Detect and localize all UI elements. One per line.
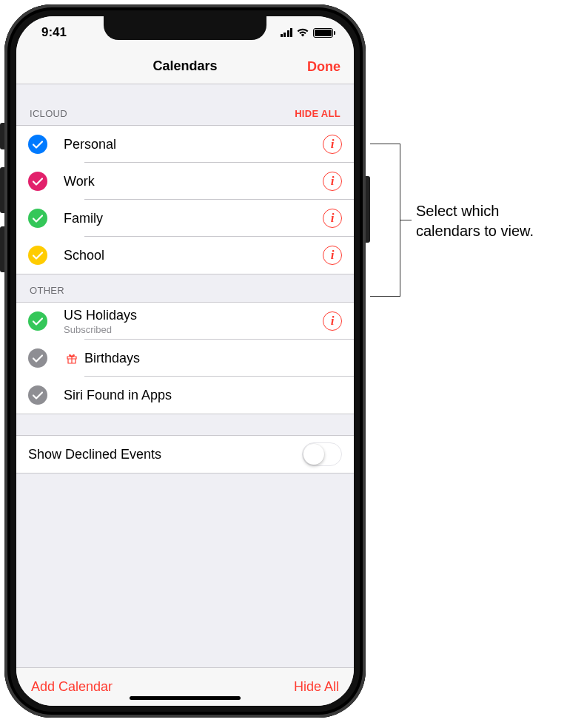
section-title-icloud: ICLOUD [30, 108, 67, 119]
calendar-row-family[interactable]: Family i [16, 200, 354, 237]
calendar-label: Personal [64, 137, 323, 152]
calendar-label: School [64, 248, 323, 263]
show-declined-row: Show Declined Events [16, 436, 354, 473]
checkmark-icon [28, 348, 47, 368]
info-icon[interactable]: i [323, 172, 342, 191]
other-calendar-list: US Holidays Subscribed i B [16, 302, 354, 414]
section-header-icloud: ICLOUD HIDE ALL [16, 84, 354, 125]
gift-icon [64, 352, 80, 364]
calendar-row-birthdays[interactable]: Birthdays [16, 340, 354, 377]
settings-list: Show Declined Events [16, 435, 354, 473]
switch-knob [303, 444, 324, 465]
row-text: US Holidays Subscribed [64, 303, 323, 340]
volume-up-button [0, 167, 4, 213]
screen: 9:41 Calendars Done ICLOUD [16, 16, 354, 706]
info-icon[interactable]: i [323, 246, 342, 265]
calendar-label: Family [64, 211, 323, 226]
status-time: 9:41 [41, 25, 67, 40]
checkmark-icon [28, 209, 47, 228]
nav-bar: Calendars Done [16, 49, 354, 84]
info-icon[interactable]: i [323, 209, 342, 228]
calendar-row-holidays[interactable]: US Holidays Subscribed i [16, 303, 354, 340]
callout-text: Select which calendars to view. [416, 201, 563, 241]
toolbar: Add Calendar Hide All [16, 667, 354, 706]
calendar-row-school[interactable]: School i [16, 237, 354, 274]
notch [104, 16, 266, 40]
calendar-row-personal[interactable]: Personal i [16, 126, 354, 163]
checkmark-icon [28, 246, 47, 265]
icloud-calendar-list: Personal i Work i Family i [16, 125, 354, 274]
calendar-sublabel: Subscribed [64, 324, 323, 335]
section-header-other: OTHER [16, 274, 354, 302]
hide-all-button[interactable]: Hide All [294, 679, 339, 695]
calendar-label: Siri Found in Apps [64, 388, 342, 403]
calendar-row-work[interactable]: Work i [16, 163, 354, 200]
callout: Select which calendars to view. [370, 144, 563, 314]
nav-title: Calendars [152, 58, 217, 74]
done-button[interactable]: Done [307, 58, 340, 74]
checkmark-icon [28, 135, 47, 154]
phone-frame: 9:41 Calendars Done ICLOUD [4, 4, 366, 718]
section-title-other: OTHER [30, 285, 64, 296]
checkmark-icon [28, 172, 47, 191]
content: ICLOUD HIDE ALL Personal i Work i [16, 84, 354, 667]
checkmark-icon [28, 311, 47, 331]
checkmark-icon [28, 385, 47, 405]
show-declined-switch[interactable] [302, 442, 342, 466]
show-declined-label: Show Declined Events [28, 447, 302, 462]
silent-switch [0, 123, 4, 149]
calendar-label: Work [64, 174, 323, 189]
calendar-row-siri[interactable]: Siri Found in Apps [16, 377, 354, 414]
wifi-icon [296, 27, 309, 38]
hide-all-icloud-button[interactable]: HIDE ALL [295, 108, 340, 119]
home-indicator [130, 696, 241, 700]
info-icon[interactable]: i [323, 311, 342, 331]
status-right [281, 27, 334, 38]
info-icon[interactable]: i [323, 135, 342, 154]
volume-down-button [0, 226, 4, 272]
calendar-label: Birthdays [84, 351, 342, 366]
battery-icon [313, 28, 333, 38]
add-calendar-button[interactable]: Add Calendar [31, 679, 113, 695]
calendar-label: US Holidays [64, 308, 323, 323]
cellular-icon [281, 28, 293, 37]
